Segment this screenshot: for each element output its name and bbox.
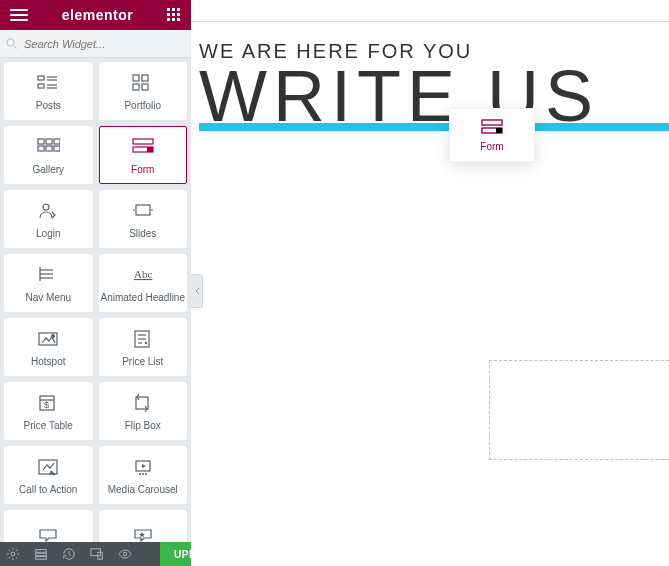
widget-panel[interactable]: PostsPortfolioGalleryFormLoginSlidesNav … — [0, 58, 191, 542]
preview-canvas[interactable]: WE ARE HERE FOR YOU WRITE US Form + Drag… — [191, 0, 669, 566]
hero-title: WRITE US — [199, 63, 669, 129]
menu-icon[interactable] — [10, 14, 28, 16]
widget-price-list[interactable]: Price List — [99, 318, 188, 376]
widget-form[interactable]: Form — [99, 126, 188, 184]
portfolio-icon — [129, 72, 157, 94]
testimonial-carousel-icon — [34, 525, 62, 542]
widgets-grid-icon[interactable] — [167, 8, 181, 22]
widget-label: Media Carousel — [108, 484, 178, 495]
widget-label: Price List — [122, 356, 163, 367]
svg-rect-49 — [36, 553, 47, 556]
preview-icon[interactable] — [118, 547, 132, 561]
search-icon — [6, 38, 18, 50]
price-list-icon — [129, 328, 157, 350]
call-to-action-icon — [34, 456, 62, 478]
widget-label: Price Table — [24, 420, 73, 431]
nav-menu-icon — [34, 264, 62, 286]
svg-rect-48 — [36, 550, 47, 553]
svg-point-47 — [11, 552, 15, 556]
widget-call-to-action[interactable]: Call to Action — [4, 446, 93, 504]
responsive-icon[interactable] — [90, 547, 104, 561]
svg-rect-50 — [36, 557, 47, 560]
widget-hotspot[interactable]: Hotspot — [4, 318, 93, 376]
sidebar-footer: UPDATE ▲ — [0, 542, 191, 566]
settings-icon[interactable] — [6, 547, 20, 561]
history-icon[interactable] — [62, 547, 76, 561]
widget-label: Hotspot — [31, 356, 65, 367]
form-icon — [129, 136, 157, 158]
canvas-topbar — [191, 0, 669, 22]
widget-nav-menu[interactable]: Nav Menu — [4, 254, 93, 312]
widget-reviews[interactable] — [99, 510, 188, 542]
widget-label: Login — [36, 228, 60, 239]
price-table-icon — [34, 392, 62, 414]
elementor-sidebar: elementor PostsPortfolioGalleryFormLogin… — [0, 0, 191, 566]
media-carousel-icon — [129, 456, 157, 478]
search-widget[interactable] — [0, 30, 191, 58]
hotspot-icon — [34, 328, 62, 350]
posts-icon — [34, 72, 62, 94]
widget-portfolio[interactable]: Portfolio — [99, 62, 188, 120]
gallery-icon — [34, 136, 62, 158]
reviews-icon — [129, 525, 157, 542]
widget-label: Gallery — [32, 164, 64, 175]
search-input[interactable] — [18, 38, 185, 50]
svg-point-53 — [123, 552, 127, 556]
animated-headline-icon — [129, 264, 157, 286]
widget-label: Form — [131, 164, 154, 175]
drag-ghost-label: Form — [480, 141, 503, 152]
widget-label: Animated Headline — [101, 292, 186, 303]
widget-label: Portfolio — [124, 100, 161, 111]
widget-label: Flip Box — [125, 420, 161, 431]
widget-animated-headline[interactable]: Animated Headline — [99, 254, 188, 312]
svg-point-45 — [7, 38, 15, 46]
widget-slides[interactable]: Slides — [99, 190, 188, 248]
drop-zone[interactable]: + Drag wi — [489, 360, 669, 460]
widget-label: Slides — [129, 228, 156, 239]
widget-flip-box[interactable]: Flip Box — [99, 382, 188, 440]
sidebar-header: elementor — [0, 0, 191, 30]
widget-posts[interactable]: Posts — [4, 62, 93, 120]
brand-title: elementor — [62, 7, 133, 23]
widget-label: Posts — [36, 100, 61, 111]
widget-login[interactable]: Login — [4, 190, 93, 248]
flip-box-icon — [129, 392, 157, 414]
widget-media-carousel[interactable]: Media Carousel — [99, 446, 188, 504]
widget-price-table[interactable]: Price Table — [4, 382, 93, 440]
navigator-icon[interactable] — [34, 547, 48, 561]
widget-testimonial-carousel[interactable] — [4, 510, 93, 542]
widget-gallery[interactable]: Gallery — [4, 126, 93, 184]
widget-label: Call to Action — [19, 484, 77, 495]
svg-line-46 — [14, 45, 17, 48]
login-icon — [34, 200, 62, 222]
hero-section[interactable]: WE ARE HERE FOR YOU WRITE US — [199, 40, 669, 131]
widget-label: Nav Menu — [25, 292, 71, 303]
slides-icon — [129, 200, 157, 222]
collapse-sidebar-button[interactable] — [191, 274, 203, 308]
